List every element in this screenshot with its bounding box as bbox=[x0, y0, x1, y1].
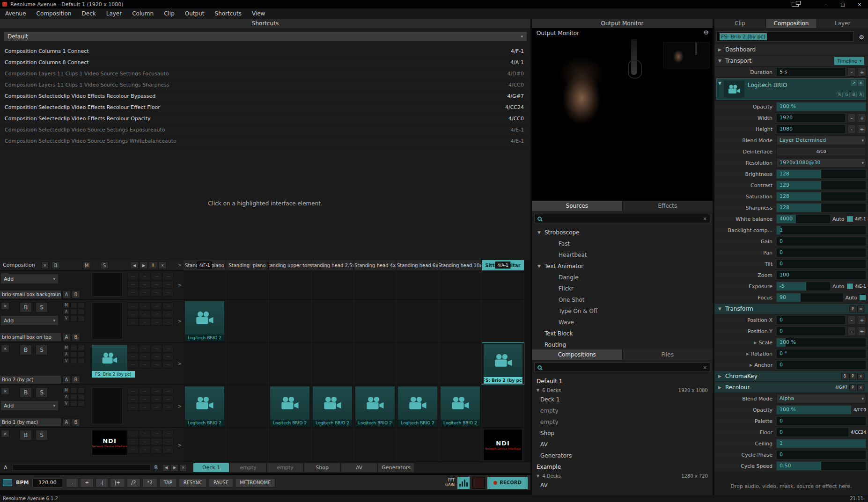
transport-mode-dropdown[interactable]: Timeline ▾ bbox=[834, 57, 864, 65]
crossfader-button[interactable]: ◀ bbox=[162, 464, 170, 472]
connect-arrow-icon[interactable]: > bbox=[178, 442, 182, 447]
layer-solo-button[interactable]: S bbox=[36, 430, 48, 440]
collapse-icon[interactable]: ▼ bbox=[718, 81, 721, 86]
tree-expand-icon[interactable]: ▼ bbox=[537, 264, 544, 269]
bpm-button[interactable]: METRONOME bbox=[235, 478, 275, 487]
layer-close-button[interactable]: × bbox=[1, 387, 9, 395]
composition-close-button[interactable]: × bbox=[41, 262, 49, 269]
column-header[interactable]: Standing head 10x bbox=[439, 260, 482, 270]
properties-tab[interactable]: Layer bbox=[817, 19, 868, 28]
connect-arrow-icon[interactable]: > bbox=[178, 319, 182, 324]
layer-ab-buttons[interactable]: AB bbox=[62, 291, 80, 298]
layer-name[interactable]: brio small box background bbox=[0, 291, 61, 298]
increment-button[interactable]: + bbox=[858, 327, 866, 336]
clip-cell[interactable] bbox=[226, 300, 269, 342]
column-header[interactable]: standing head 2.5x bbox=[311, 260, 354, 270]
column-header[interactable]: Standing +piano 4/F-1 bbox=[184, 260, 226, 270]
bpm-button[interactable]: |+ bbox=[110, 478, 125, 487]
layer-solo-button[interactable]: S bbox=[36, 387, 48, 398]
increment-button[interactable]: + bbox=[858, 315, 866, 325]
shortcut-preset-dropdown[interactable]: Default ▾ bbox=[4, 32, 527, 41]
shortcut-row[interactable]: Composition Columns 8 Connect 4/A-1 bbox=[0, 57, 530, 68]
clip-cell[interactable] bbox=[439, 270, 482, 300]
source-tree-item[interactable]: Routing bbox=[532, 339, 713, 349]
composition-list-item[interactable]: empty bbox=[532, 416, 713, 428]
param-value[interactable]: 4/C0 ▾ bbox=[776, 147, 866, 156]
param-value[interactable]: 100 % ▾ bbox=[776, 338, 866, 347]
auto-toggle[interactable] bbox=[846, 216, 853, 222]
clip-cell[interactable]: Logitech BRIO 2 bbox=[439, 385, 482, 428]
bpm-button[interactable]: PAUSE bbox=[209, 478, 233, 487]
decrement-button[interactable]: - bbox=[847, 315, 856, 325]
clip-cell[interactable] bbox=[354, 342, 397, 385]
layer-bypass-button[interactable]: B bbox=[20, 387, 32, 398]
close-button[interactable]: × bbox=[851, 0, 868, 8]
column-header[interactable]: Standing -piano bbox=[226, 260, 269, 270]
bpm-button[interactable]: *2 bbox=[142, 478, 157, 487]
source-tree-item[interactable]: Dangle bbox=[532, 272, 713, 283]
transport-section-header[interactable]: ▼ Transport Timeline ▾ bbox=[714, 56, 868, 66]
layer-name[interactable]: Brio 1 (by mac) bbox=[0, 418, 61, 426]
layer-add-dropdown[interactable]: Add▾ bbox=[1, 316, 58, 325]
channel-button[interactable]: B bbox=[851, 92, 857, 97]
clip-cell[interactable]: Logitech BRIO 2 bbox=[311, 385, 354, 428]
source-tree-item[interactable]: Heartbeat bbox=[532, 249, 713, 261]
section-button[interactable]: × bbox=[857, 384, 864, 391]
crossfader-button[interactable]: × bbox=[179, 464, 187, 472]
layer-close-button[interactable]: × bbox=[1, 430, 9, 437]
param-value[interactable]: 0 ▾ bbox=[776, 360, 866, 370]
clip-cell[interactable] bbox=[311, 300, 354, 342]
clip-cell[interactable] bbox=[311, 428, 354, 462]
clip-cell[interactable]: Logitech BRIO 2 bbox=[184, 300, 226, 342]
source-tree-item[interactable]: One Shot bbox=[532, 294, 713, 306]
source-tree-item[interactable]: Fast bbox=[532, 238, 713, 249]
clip-cell[interactable]: Logitech BRIO 2 bbox=[269, 385, 311, 428]
browser-tab[interactable]: Sources bbox=[532, 201, 622, 211]
chromakey-section-header[interactable]: ▶ ChromaKey BP× bbox=[714, 371, 868, 381]
clip-cell[interactable] bbox=[311, 270, 354, 300]
duration-field[interactable]: 5 s bbox=[776, 67, 846, 77]
source-button[interactable]: × bbox=[858, 80, 864, 86]
composition-master-button[interactable]: M bbox=[82, 262, 91, 269]
deck-tab[interactable]: Deck 1 bbox=[193, 463, 229, 472]
param-value[interactable]: 0 ▾ bbox=[776, 259, 866, 269]
layer-mode-cells[interactable]: MAV bbox=[63, 345, 85, 364]
clip-cell[interactable] bbox=[269, 428, 311, 462]
clip-cell[interactable] bbox=[269, 342, 311, 385]
layer-bypass-button[interactable]: B bbox=[20, 345, 32, 355]
clear-icon[interactable]: × bbox=[703, 365, 707, 370]
menu-item[interactable]: Output bbox=[180, 8, 210, 19]
composition-list-item[interactable]: AV bbox=[532, 480, 713, 491]
param-value[interactable]: 0 ▾ bbox=[776, 248, 866, 257]
param-value[interactable]: -5 ▾ bbox=[776, 282, 831, 291]
source-tree-item[interactable]: Text Block bbox=[532, 328, 713, 339]
clip-cell[interactable] bbox=[184, 428, 226, 462]
tree-expand-icon[interactable]: ▼ bbox=[537, 388, 539, 393]
increment-button[interactable]: + bbox=[858, 113, 866, 123]
gear-icon[interactable]: ⚙ bbox=[859, 34, 864, 41]
increment-button[interactable]: + bbox=[858, 67, 866, 77]
bpm-button[interactable]: - bbox=[66, 478, 78, 487]
gear-icon[interactable]: ⚙ bbox=[703, 29, 709, 36]
clip-cell[interactable]: Logitech BRIO 2 bbox=[184, 385, 226, 428]
deck-tab[interactable]: empty bbox=[267, 463, 303, 472]
shortcut-row[interactable]: Composition Layers 11 Clips 1 Video Sour… bbox=[0, 80, 530, 91]
tree-expand-icon[interactable]: ▼ bbox=[537, 474, 539, 478]
source-tree-item[interactable]: Wave bbox=[532, 317, 713, 328]
section-button[interactable]: ≡ bbox=[857, 306, 864, 313]
source-tree-item[interactable]: ▼ Text Animator bbox=[532, 261, 713, 272]
menu-item[interactable]: Avenue bbox=[0, 8, 31, 19]
layer-bypass-button[interactable]: B bbox=[20, 430, 32, 440]
column-header[interactable]: Standing upper torso bbox=[269, 260, 311, 270]
section-button[interactable]: × bbox=[857, 373, 864, 380]
clip-cell[interactable] bbox=[184, 270, 226, 300]
sources-search[interactable]: × bbox=[534, 214, 710, 223]
library-tab[interactable]: Compositions bbox=[532, 349, 622, 360]
layer-name[interactable]: brio small box on top bbox=[0, 333, 61, 341]
layer-fader[interactable] bbox=[92, 273, 123, 297]
param-value[interactable]: Layer Determined ▾ bbox=[776, 136, 866, 145]
layer-bypass-button[interactable]: B bbox=[20, 302, 32, 313]
clip-cell[interactable] bbox=[269, 270, 311, 300]
composition-list-item[interactable]: Generators bbox=[532, 450, 713, 461]
param-value[interactable]: 90 ▾ bbox=[776, 293, 843, 302]
